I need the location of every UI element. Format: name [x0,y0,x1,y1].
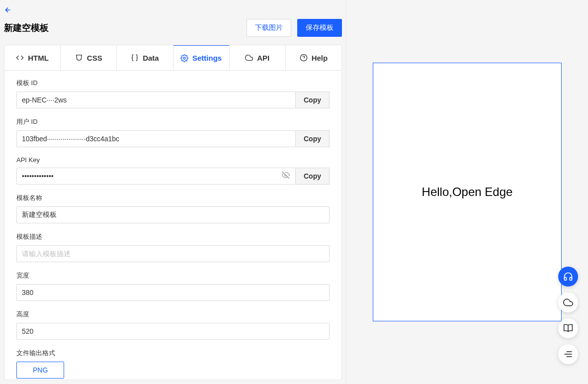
tab-label: Data [143,54,159,62]
field-user-id: 用户 ID Copy [16,117,330,147]
tab-data[interactable]: Data [117,45,173,70]
support-button[interactable] [558,267,578,287]
template-name-label: 模板名称 [16,193,330,202]
left-panel: 新建空模板 下载图片 保存模板 HTML CSS [0,0,346,384]
copy-api-key-button[interactable]: Copy [296,168,330,185]
download-image-button[interactable]: 下载图片 [247,19,291,37]
eye-off-icon[interactable] [282,171,290,181]
api-key-input[interactable] [16,168,296,185]
tab-html[interactable]: HTML [4,45,61,70]
output-format-label: 文件输出格式 [16,349,330,358]
header: 新建空模板 下载图片 保存模板 [4,4,342,45]
copy-template-id-button[interactable]: Copy [296,92,330,108]
tab-label: API [257,54,269,62]
user-id-input[interactable] [16,130,296,147]
height-label: 高度 [16,310,330,319]
braces-icon [131,54,139,62]
template-desc-label: 模板描述 [16,232,330,241]
preview-canvas: Hello,Open Edge [373,63,562,321]
help-icon [300,54,308,62]
back-button[interactable] [4,6,12,19]
cloud-button[interactable] [558,292,578,312]
field-template-name: 模板名称 [16,193,330,223]
css-icon [75,54,83,62]
tab-label: Help [312,54,328,62]
field-output-format: 文件输出格式 PNG [16,349,330,379]
list-button[interactable] [558,344,578,364]
tab-label: CSS [87,54,102,62]
field-width: 宽度 [16,271,330,301]
width-input[interactable] [16,284,330,301]
width-label: 宽度 [16,271,330,280]
tab-help[interactable]: Help [286,45,341,70]
header-buttons: 下载图片 保存模板 [247,19,342,37]
tab-settings[interactable]: Settings [173,45,230,70]
output-format-button[interactable]: PNG [16,362,64,379]
copy-user-id-button[interactable]: Copy [296,130,330,147]
tab-label: Settings [192,54,222,62]
template-id-label: 模板 ID [16,79,330,88]
svg-point-0 [183,57,185,59]
field-template-id: 模板 ID Copy [16,79,330,108]
code-icon [16,54,24,62]
save-template-button[interactable]: 保存模板 [297,19,342,37]
user-id-label: 用户 ID [16,117,330,126]
template-desc-input[interactable] [16,245,330,262]
field-api-key: API Key Copy [16,156,330,185]
field-template-desc: 模板描述 [16,232,330,262]
height-input[interactable] [16,323,330,340]
page-title: 新建空模板 [4,22,49,34]
tabs: HTML CSS Data Settings [4,45,341,71]
editor-card: HTML CSS Data Settings [4,45,342,380]
tab-label: HTML [28,54,49,62]
tab-api[interactable]: API [230,45,286,70]
field-height: 高度 [16,310,330,340]
cloud-icon [245,54,253,62]
docs-button[interactable] [558,318,578,338]
tab-css[interactable]: CSS [61,45,117,70]
settings-form: 模板 ID Copy 用户 ID Copy API Key [4,71,341,380]
template-id-input[interactable] [16,92,296,108]
preview-panel: Hello,Open Edge [346,0,588,384]
template-name-input[interactable] [16,206,330,223]
gear-icon [180,54,188,62]
api-key-label: API Key [16,156,330,164]
preview-text: Hello,Open Edge [422,185,513,199]
float-buttons [558,267,578,364]
